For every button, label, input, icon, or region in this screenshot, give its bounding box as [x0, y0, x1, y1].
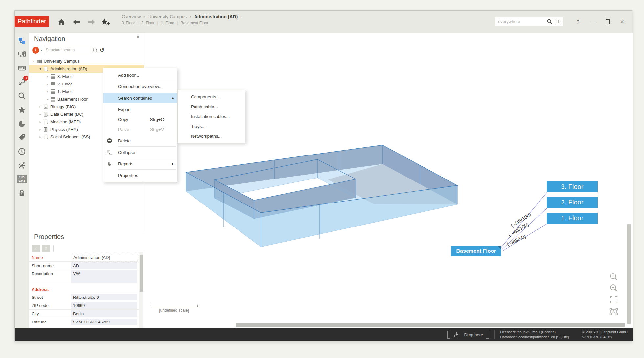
close-icon: ×	[136, 34, 140, 40]
add-node-caret-icon[interactable]: ▾	[41, 49, 42, 52]
menu-item-collapse[interactable]: Collapse	[103, 147, 177, 157]
components-button[interactable]	[17, 63, 27, 74]
menu-item-label: Trays...	[191, 124, 206, 129]
description-field[interactable]: VW	[71, 270, 137, 283]
topology-button[interactable]	[17, 160, 27, 170]
structure-search-icon[interactable]	[93, 47, 98, 53]
workstations-button[interactable]	[17, 49, 27, 60]
favorites-button[interactable]	[17, 105, 27, 115]
database-text: Database: localhost\pathfinder_en [SQLit…	[500, 335, 576, 340]
breadcrumb-administration[interactable]: Administration (AD)	[194, 14, 238, 19]
zoom-in-button[interactable]	[609, 272, 619, 282]
navigation-panel-button[interactable]	[17, 36, 27, 46]
structure-search-input[interactable]	[44, 46, 91, 54]
property-row-street: Street Ritterstraße 9	[29, 293, 139, 301]
tools-badge: 3	[23, 76, 28, 81]
menu-item-properties[interactable]: Properties	[103, 170, 177, 180]
floor-2-label[interactable]: 2. Floor	[547, 197, 598, 208]
street-field[interactable]: Ritterstraße 9	[71, 294, 137, 300]
basement-floor-label[interactable]: Basement Floor	[451, 246, 501, 256]
menu-item-add-floor[interactable]: Add floor...	[103, 70, 177, 80]
tree-item-university-campus[interactable]: ▾ University Campus	[29, 58, 144, 65]
submenu-item-trays[interactable]: Trays...	[178, 121, 245, 131]
label-scale-button[interactable]: A	[609, 306, 619, 317]
zip-field[interactable]: 10969	[71, 302, 137, 309]
expander-collapsed-icon[interactable]: ▸	[38, 120, 43, 124]
floor-3-label[interactable]: 3. Floor	[547, 181, 598, 192]
expander-collapsed-icon[interactable]: ▸	[38, 105, 43, 108]
reports-button[interactable]	[17, 118, 27, 129]
property-label: Description	[32, 271, 71, 276]
breadcrumb-floor-basement[interactable]: Basement Floor	[180, 21, 208, 25]
submenu-item-installation-cables[interactable]: Installation cables...	[178, 111, 245, 121]
city-field[interactable]: Berlin	[71, 310, 137, 317]
expander-expanded-icon[interactable]: ▾	[32, 60, 36, 63]
building-icon	[43, 104, 49, 109]
property-label: Street	[32, 295, 71, 300]
restore-button[interactable]	[603, 17, 612, 26]
breadcrumb-floor-3[interactable]: 3. Floor	[122, 21, 135, 25]
submenu-item-patch-cable[interactable]: Patch cable...	[178, 102, 245, 111]
expander-collapsed-icon[interactable]: ▸	[45, 75, 50, 78]
expander-collapsed-icon[interactable]: ▸	[45, 90, 50, 93]
refresh-icon[interactable]: ↺	[100, 46, 104, 54]
menu-item-reports[interactable]: Reports ▶	[103, 159, 177, 169]
menu-item-connection-overview[interactable]: Connection overview...	[103, 82, 177, 91]
expander-collapsed-icon[interactable]: ▸	[38, 135, 43, 139]
floorplan-canvas[interactable]: 3. Floor 2. Floor 1. Floor Basement Floo…	[144, 33, 633, 329]
expander-expanded-icon[interactable]: ▾	[38, 67, 43, 71]
discard-button[interactable]: ✗	[42, 245, 50, 252]
apply-button[interactable]: ✓	[32, 245, 40, 252]
tools-button[interactable]: 3	[17, 77, 27, 87]
add-node-button[interactable]: +	[32, 47, 39, 54]
properties-scrollbar[interactable]	[139, 252, 143, 328]
security-button[interactable]	[17, 187, 27, 198]
breadcrumb-university-campus[interactable]: University Campus	[148, 14, 187, 19]
favorite-add-button[interactable]	[101, 17, 110, 27]
history-button[interactable]	[17, 146, 27, 156]
breadcrumb-arrow-icon: ▸	[190, 15, 191, 18]
name-input[interactable]: Administration (AD)	[71, 254, 137, 261]
submenu-item-components[interactable]: Components...	[178, 92, 245, 102]
menu-item-search-contained[interactable]: Search contained ▶	[103, 93, 177, 103]
expander-collapsed-icon[interactable]: ▸	[45, 97, 50, 101]
help-button[interactable]: ?	[573, 17, 583, 26]
scrollbar-thumb[interactable]	[140, 255, 143, 292]
address-section-header: Address	[29, 283, 139, 293]
horizontal-scrollbar[interactable]	[236, 323, 625, 327]
forward-button[interactable]	[87, 17, 96, 27]
expander-collapsed-icon[interactable]: ▸	[38, 128, 43, 131]
close-button[interactable]: ×	[617, 17, 627, 26]
floor-1-label[interactable]: 1. Floor	[547, 213, 598, 224]
menu-item-delete[interactable]: Delete	[103, 136, 177, 146]
latitude-field[interactable]: 52.5012562145289	[71, 319, 137, 325]
short-name-field[interactable]: AD	[71, 262, 137, 269]
global-search-box[interactable]	[495, 17, 563, 26]
global-search-input[interactable]	[497, 19, 547, 24]
zoom-out-button[interactable]	[609, 283, 619, 294]
vertical-scrollbar[interactable]	[627, 224, 631, 324]
expander-collapsed-icon[interactable]: ▸	[45, 82, 50, 86]
minimize-button[interactable]: ─	[588, 17, 598, 26]
breadcrumb-overview[interactable]: Overview	[122, 14, 141, 19]
expander-collapsed-icon[interactable]: ▸	[38, 112, 43, 116]
tags-button[interactable]	[17, 132, 27, 143]
submenu-item-networkpaths[interactable]: Networkpaths...	[178, 131, 245, 141]
close-icon: ×	[620, 18, 624, 25]
home-button[interactable]	[57, 17, 66, 27]
search-icon[interactable]	[547, 19, 552, 24]
drop-zone[interactable]: Drop here	[447, 331, 489, 339]
menu-item-label: Copy	[118, 117, 128, 122]
tree-item-label: 2. Floor	[58, 82, 72, 86]
menu-item-copy[interactable]: Copy Strg+C	[103, 114, 177, 124]
ip-addresses-button[interactable]: 192. 0.0.1	[17, 174, 27, 184]
breadcrumb-floor-1[interactable]: 1. Floor	[161, 21, 174, 25]
barcode-scan-icon[interactable]	[555, 19, 561, 24]
menu-item-export[interactable]: Export	[103, 105, 177, 114]
back-button[interactable]	[72, 17, 81, 27]
breadcrumb-floor-2[interactable]: 2. Floor	[141, 21, 155, 25]
menu-separator	[118, 92, 176, 92]
fit-to-view-button[interactable]	[609, 295, 619, 305]
search-panel-button[interactable]	[17, 91, 27, 101]
navigation-close-button[interactable]: ×	[136, 34, 140, 40]
